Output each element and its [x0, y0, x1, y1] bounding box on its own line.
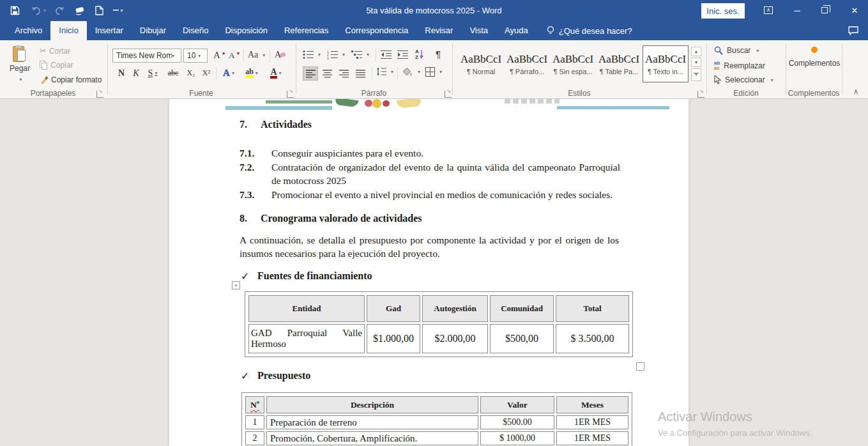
font-name-input[interactable]	[113, 51, 172, 60]
column-header[interactable]: Total	[556, 295, 629, 322]
column-header[interactable]: Meses	[556, 396, 628, 413]
subscript-button[interactable]: X₂	[184, 66, 198, 81]
font-size-input[interactable]	[184, 51, 198, 60]
decrease-indent-button[interactable]	[381, 50, 392, 59]
table-cell[interactable]: $ 1000,00	[480, 431, 554, 445]
align-left-button[interactable]	[303, 66, 318, 81]
style-parrafo[interactable]: AaBbCcI ¶ Párrafo...	[506, 45, 548, 82]
style-normal[interactable]: AaBbCcI ¶ Normal	[460, 45, 502, 82]
table-cell[interactable]: $ 3.500,00	[556, 324, 629, 353]
budget-heading[interactable]: ✓ Presupuesto	[241, 370, 310, 382]
tab-vista[interactable]: Vista	[461, 21, 496, 40]
tell-me-box[interactable]: ¿Qué desea hacer?	[547, 21, 632, 40]
table-cell[interactable]: $1.000,00	[367, 324, 420, 353]
highlight-color-button[interactable]: ab	[241, 66, 262, 81]
table-cell[interactable]: 1ER MES	[556, 415, 628, 429]
table-move-handle[interactable]: +	[232, 281, 240, 289]
table-cell[interactable]: 1ER MES	[556, 431, 628, 445]
restore-button[interactable]	[818, 4, 832, 17]
table-cell[interactable]: 2	[245, 431, 264, 445]
bullets-button[interactable]	[303, 50, 321, 59]
style-sin-espaciado[interactable]: AaBbCcI ¶ Sin espa...	[552, 45, 594, 82]
tab-correspondencia[interactable]: Correspondencia	[337, 21, 416, 40]
underline-button[interactable]: S	[144, 66, 161, 81]
italic-button[interactable]: K	[130, 66, 142, 81]
table-cell[interactable]: $2.000,00	[422, 324, 488, 353]
column-header[interactable]: Comunidad	[490, 295, 554, 322]
document-page[interactable]: 7. Actividades 7.1. Conseguir auspiciant…	[169, 99, 689, 446]
collapse-ribbon-button[interactable]: ∧	[853, 88, 858, 96]
clear-formatting-button[interactable]: A	[275, 49, 286, 59]
borders-button[interactable]	[425, 67, 442, 77]
column-header[interactable]: Gad	[367, 295, 420, 322]
heading-cronograma[interactable]: 8. Cronograma valorado de actividades	[240, 213, 422, 224]
tab-referencias[interactable]: Referencias	[276, 21, 337, 40]
close-button[interactable]: ✕	[848, 4, 862, 17]
table-cell[interactable]: Promoción, Cobertura, Amplificación.	[266, 431, 478, 445]
font-color-button[interactable]: A	[266, 66, 286, 81]
tab-insertar[interactable]: Insertar	[87, 21, 132, 40]
tab-dibujar[interactable]: Dibujar	[132, 21, 174, 40]
replace-button[interactable]: ab ac Reemplazar	[714, 61, 765, 71]
find-button[interactable]: Buscar	[714, 46, 759, 55]
show-marks-button[interactable]: ¶	[436, 49, 441, 59]
font-size-dropdown[interactable]: ▾	[198, 53, 206, 59]
shading-button[interactable]	[402, 67, 420, 77]
column-header[interactable]: Valor	[480, 396, 554, 413]
list-item[interactable]: 7.3. Promocionar el evento a nivel provi…	[240, 188, 620, 201]
minimize-button[interactable]: ─	[790, 4, 804, 17]
table-cell[interactable]: Preparación de terreno	[266, 415, 478, 429]
justify-button[interactable]	[353, 66, 368, 81]
increase-indent-button[interactable]	[397, 50, 408, 59]
table-cell[interactable]: 1	[245, 415, 264, 429]
sign-in-button[interactable]: Inic. ses.	[701, 3, 745, 19]
bold-button[interactable]: N	[115, 66, 128, 81]
tab-disposicion[interactable]: Disposición	[217, 21, 275, 40]
copy-button[interactable]: Copiar	[40, 61, 73, 70]
tab-revisar[interactable]: Revisar	[416, 21, 461, 40]
sort-button[interactable]: AZ	[415, 49, 424, 60]
tab-ayuda[interactable]: Ayuda	[496, 21, 537, 40]
body-paragraph[interactable]: A continuación, se detalla el presupuest…	[240, 233, 619, 260]
table-resize-handle[interactable]	[636, 362, 644, 371]
style-texto-independiente-selected[interactable]: AaBbCcI ¶ Texto in...	[643, 45, 689, 82]
font-name-combobox[interactable]: ▾	[112, 49, 181, 63]
column-header[interactable]: Entidad	[248, 295, 365, 322]
multilevel-list-button[interactable]	[351, 50, 369, 59]
add-ins-button[interactable]: Complementos	[787, 47, 842, 68]
format-painter-button[interactable]: Copiar formato	[40, 75, 102, 84]
shrink-font-button[interactable]: A▼	[229, 50, 240, 61]
text-effects-button[interactable]: A	[220, 66, 238, 81]
list-item[interactable]: 7.1. Conseguir auspiciantes para el even…	[240, 146, 620, 160]
style-table-paragraph[interactable]: AaBbCcI ¶ Table Pa...	[598, 45, 640, 82]
select-button[interactable]: Seleccionar	[714, 75, 773, 84]
change-case-button[interactable]: Aa	[248, 50, 265, 60]
superscript-button[interactable]: X²	[199, 66, 213, 81]
list-item[interactable]: 7.2. Contratación de organizador del eve…	[240, 160, 620, 187]
cut-button[interactable]: ✂ Cortar	[40, 46, 70, 56]
table-cell[interactable]: GAD Parroquial Valle Hermoso	[248, 324, 365, 353]
tab-diseno[interactable]: Diseño	[174, 21, 217, 40]
align-center-button[interactable]	[319, 66, 335, 81]
column-header[interactable]: Nº	[245, 396, 264, 413]
line-spacing-button[interactable]	[376, 67, 393, 76]
paste-dropdown[interactable]	[17, 74, 22, 83]
funding-heading[interactable]: ✓ Fuentes de financiamiento	[241, 270, 372, 282]
table-cell[interactable]: $500.00	[480, 415, 554, 429]
strikethrough-button[interactable]: abc	[165, 66, 181, 81]
align-right-button[interactable]	[336, 66, 351, 81]
styles-scroll-up[interactable]: ▲	[691, 47, 701, 56]
heading-actividades[interactable]: 7. Actividades	[240, 119, 312, 130]
column-header[interactable]: Descripción	[266, 396, 478, 413]
tab-inicio[interactable]: Inicio	[50, 21, 86, 40]
numbering-button[interactable]: 123	[327, 50, 345, 59]
font-name-dropdown[interactable]: ▾	[172, 53, 180, 59]
font-size-combobox[interactable]: ▾	[183, 49, 208, 63]
feedback-icon[interactable]	[846, 24, 860, 37]
column-header[interactable]: Autogestión	[422, 295, 488, 322]
paste-button[interactable]: Pegar	[6, 45, 33, 83]
grow-font-button[interactable]: A▲	[213, 50, 226, 61]
tab-archivo[interactable]: Archivo	[6, 21, 50, 40]
styles-scroll-down[interactable]: ▼	[691, 58, 701, 67]
table-cell[interactable]: $500,00	[490, 324, 554, 353]
